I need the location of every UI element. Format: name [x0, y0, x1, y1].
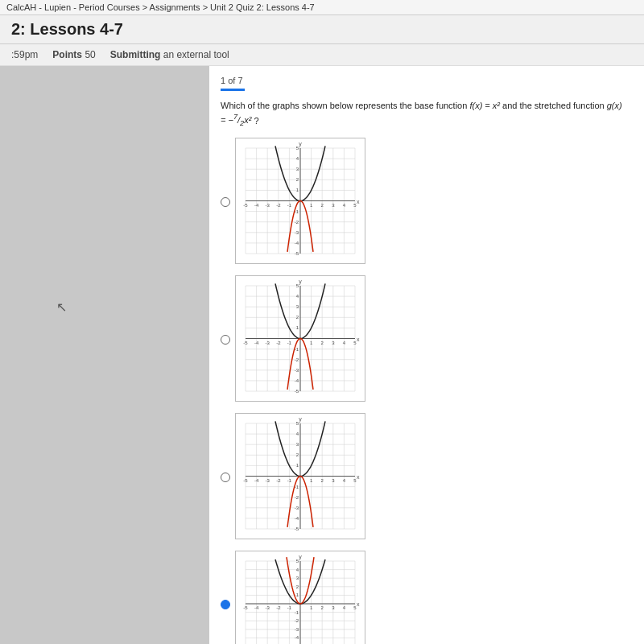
graph-1 — [235, 138, 365, 264]
submitting-label: Submitting an external tool — [110, 49, 229, 60]
right-panel: 1 of 7 Which of the graphs shown below r… — [209, 66, 644, 644]
radio-option-4[interactable] — [221, 600, 230, 609]
progress-indicator: 1 of 7 — [221, 76, 630, 85]
radio-option-3[interactable] — [221, 473, 230, 482]
points-label: Points 50 — [52, 49, 95, 60]
page-title: 2: Lessons 4-7 — [11, 20, 633, 39]
left-panel: ↖ — [0, 66, 209, 644]
graph-4 — [235, 551, 365, 644]
meta-row: :59pm Points 50 Submitting an external t… — [0, 44, 644, 66]
page-title-bar: 2: Lessons 4-7 — [0, 15, 644, 44]
due-time: :59pm — [11, 49, 38, 60]
radio-option-2[interactable] — [221, 335, 230, 345]
question-text: Which of the graphs shown below represen… — [221, 99, 630, 130]
answer-option-4 — [221, 551, 630, 644]
graph-2 — [235, 275, 365, 402]
answer-option-2 — [221, 275, 630, 402]
answer-option-1 — [221, 138, 630, 264]
cursor-icon: ↖ — [56, 299, 67, 315]
breadcrumb: CalcAH - Lupien - Period Courses > Assig… — [0, 0, 644, 15]
radio-option-1[interactable] — [221, 197, 230, 207]
progress-line — [221, 89, 245, 91]
graph-3 — [235, 413, 365, 539]
main-content: ↖ 1 of 7 Which of the graphs shown below… — [0, 66, 644, 644]
answer-option-3 — [221, 413, 630, 539]
